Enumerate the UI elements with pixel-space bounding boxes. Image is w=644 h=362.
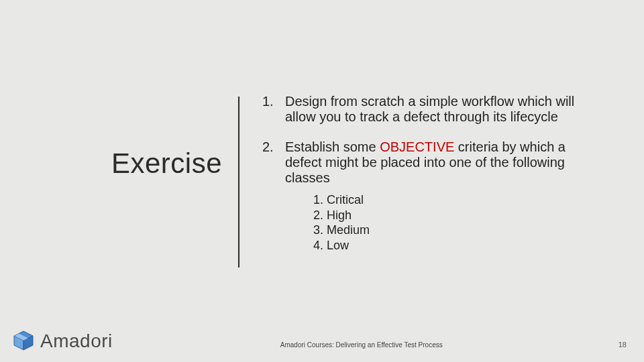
slide: Exercise 1. Design from scratch a simple…	[0, 0, 644, 362]
text-highlight: OBJECTIVE	[380, 139, 454, 154]
body-column: 1. Design from scratch a simple workflow…	[239, 94, 644, 267]
title-column: Exercise	[0, 94, 238, 180]
list-item-2: 2. Establish some OBJECTIVE criteria by …	[258, 139, 604, 253]
list-text: Design from scratch a simple workflow wh…	[285, 94, 604, 125]
list-number: 2.	[258, 139, 285, 253]
list-number: 1.	[258, 94, 285, 125]
footer: Amadori Amadori Courses: Delivering an E…	[0, 330, 644, 353]
sublist-item: 2. High	[313, 208, 604, 223]
list-item-1: 1. Design from scratch a simple workflow…	[258, 94, 604, 125]
content-area: Exercise 1. Design from scratch a simple…	[0, 94, 644, 267]
page-number: 18	[619, 341, 627, 353]
slide-title: Exercise	[0, 147, 222, 180]
logo-icon	[12, 330, 36, 353]
list-text: Establish some OBJECTIVE criteria by whi…	[285, 139, 604, 253]
brand-name: Amadori	[40, 330, 113, 352]
sublist-item: 1. Critical	[313, 192, 604, 208]
brand-logo: Amadori	[12, 330, 113, 353]
sublist: 1. Critical 2. High 3. Medium 4. Low	[313, 192, 604, 253]
footer-course: Amadori Courses: Delivering an Effective…	[113, 341, 619, 353]
sublist-item: 3. Medium	[313, 223, 604, 238]
sublist-item: 4. Low	[313, 238, 604, 253]
text-pre: Establish some	[285, 139, 380, 154]
